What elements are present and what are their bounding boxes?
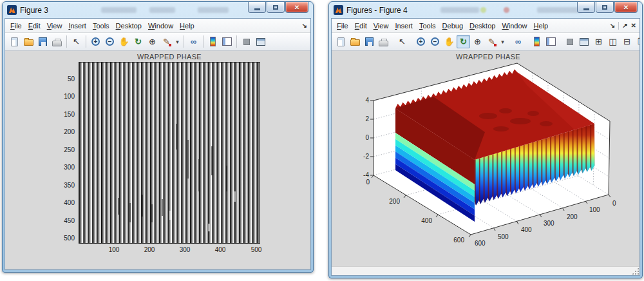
titlebar-ghost	[504, 7, 509, 13]
menu-edit[interactable]: Edit	[352, 20, 370, 32]
zoom-in-button[interactable]: +	[89, 35, 102, 48]
zoom-out-button[interactable]: −	[103, 35, 117, 48]
tile-grid-button[interactable]: ⊞	[592, 35, 605, 48]
toolbar: ↖ + − ✋ ↻ ⊕ ✎ ▾ ∞	[5, 33, 310, 51]
brush-button[interactable]: ✎	[160, 35, 173, 48]
plot-title: WRAPPED PHASE	[337, 53, 639, 61]
menu-file[interactable]: File	[334, 20, 352, 32]
titlebar-figure-3[interactable]: Figure 3 ✕	[5, 2, 311, 18]
rotate-3d-button[interactable]: ↻	[457, 35, 470, 48]
pointer-icon: ↖	[399, 37, 406, 46]
titlebar-ghost	[149, 7, 175, 13]
close-button[interactable]: ✕	[614, 2, 638, 13]
menu-help[interactable]: Help	[176, 20, 198, 32]
menu-desktop[interactable]: Desktop	[466, 20, 498, 32]
window-chrome: File Edit View Insert Tools Debug Deskto…	[331, 18, 640, 276]
titlebar-ghost	[480, 7, 486, 13]
save-button[interactable]	[36, 35, 50, 48]
wrapped-phase-surface-plot[interactable]: 4 2 0 -2 -4 0 200 400 600 600 500	[337, 52, 639, 251]
insert-legend-button[interactable]	[220, 35, 234, 48]
x-tick: 300	[172, 246, 198, 253]
tile-float-button[interactable]: ❐	[634, 35, 640, 48]
resize-grip[interactable]	[632, 267, 639, 275]
y-tick: 0	[612, 200, 616, 207]
new-file-icon	[337, 37, 345, 46]
open-file-button[interactable]	[22, 35, 35, 48]
menu-view[interactable]: View	[370, 20, 392, 32]
pan-button[interactable]: ✋	[442, 35, 456, 48]
y-tick: 100	[589, 206, 600, 213]
insert-colorbar-button[interactable]	[530, 35, 544, 48]
x-tick: 600	[453, 237, 464, 244]
menu-tools[interactable]: Tools	[416, 20, 439, 32]
restore-button[interactable]	[267, 2, 285, 13]
brush-dropdown-button[interactable]: ▾	[174, 35, 181, 48]
brush-dropdown-button[interactable]: ▾	[499, 35, 506, 48]
insert-legend-button[interactable]	[544, 35, 558, 48]
pointer-icon: ↖	[73, 37, 80, 46]
open-file-button[interactable]	[348, 35, 362, 48]
menu-debug[interactable]: Debug	[439, 20, 466, 32]
show-plot-tools-button[interactable]	[254, 35, 267, 48]
z-tick: -4	[363, 171, 369, 179]
new-figure-button[interactable]	[334, 35, 348, 48]
colorbar-icon	[534, 37, 540, 46]
titlebar-ghost	[440, 7, 479, 13]
chevron-down-icon: ▾	[176, 39, 179, 45]
data-cursor-button[interactable]: ⊕	[146, 35, 159, 48]
hide-plot-tools-icon	[243, 39, 250, 45]
pan-hand-icon: ✋	[444, 37, 454, 46]
tile-left-right-button[interactable]: ◫	[606, 35, 620, 48]
dock-figure-icon[interactable]: ↘	[302, 22, 307, 29]
pointer-button[interactable]: ↖	[395, 35, 409, 48]
hide-plot-tools-button[interactable]	[563, 35, 576, 48]
data-cursor-button[interactable]: ⊕	[471, 35, 484, 48]
save-icon	[365, 37, 374, 46]
minimize-button[interactable]	[248, 2, 266, 13]
insert-colorbar-button[interactable]	[206, 35, 220, 48]
zoom-out-button[interactable]: −	[428, 35, 442, 48]
menu-file[interactable]: File	[7, 20, 25, 32]
print-button[interactable]	[377, 35, 390, 48]
restore-button[interactable]	[596, 2, 614, 13]
hide-plot-tools-button[interactable]	[240, 35, 253, 48]
new-figure-button[interactable]	[8, 35, 21, 48]
wrapped-phase-image[interactable]	[79, 62, 260, 244]
legend-icon	[546, 37, 556, 46]
data-cursor-icon: ⊕	[474, 37, 481, 46]
menu-desktop[interactable]: Desktop	[113, 20, 145, 32]
menu-window[interactable]: Window	[498, 20, 530, 32]
print-button[interactable]	[50, 35, 64, 48]
brush-button[interactable]: ✎	[485, 35, 498, 48]
minimize-button[interactable]	[577, 2, 595, 13]
y-tick: 300	[544, 220, 554, 227]
save-icon	[39, 37, 47, 46]
link-plot-button[interactable]: ∞	[511, 35, 525, 48]
menubar: File Edit View Insert Tools Desktop Wind…	[5, 19, 310, 33]
close-icon: ✕	[623, 4, 629, 11]
menu-help[interactable]: Help	[531, 20, 552, 32]
menu-tools[interactable]: Tools	[90, 20, 113, 32]
new-file-icon	[11, 37, 18, 46]
zoom-in-button[interactable]: +	[414, 35, 428, 48]
undock-figure-icon[interactable]: ↗	[622, 22, 627, 29]
menu-insert[interactable]: Insert	[392, 20, 416, 32]
menu-view[interactable]: View	[44, 20, 66, 32]
rotate-3d-button[interactable]: ↻	[131, 35, 145, 48]
show-plot-tools-button[interactable]	[577, 35, 591, 48]
menu-window[interactable]: Window	[145, 20, 176, 32]
z-tick: -2	[363, 153, 369, 160]
save-button[interactable]	[363, 35, 376, 48]
pan-button[interactable]: ✋	[117, 35, 131, 48]
pointer-button[interactable]: ↖	[70, 35, 83, 48]
menu-edit[interactable]: Edit	[25, 20, 44, 32]
print-icon	[379, 41, 388, 46]
tile-top-bottom-button[interactable]: ⊟	[620, 35, 634, 48]
y-tick: 350	[55, 182, 75, 189]
link-plot-button[interactable]: ∞	[187, 35, 200, 48]
menu-insert[interactable]: Insert	[65, 20, 90, 32]
titlebar-figures[interactable]: Figures - Figure 4 ✕	[331, 2, 640, 18]
close-figure-icon[interactable]: ✕	[631, 22, 636, 29]
close-button[interactable]: ✕	[285, 2, 308, 13]
dock-figure-icon[interactable]: ↘	[610, 22, 615, 29]
